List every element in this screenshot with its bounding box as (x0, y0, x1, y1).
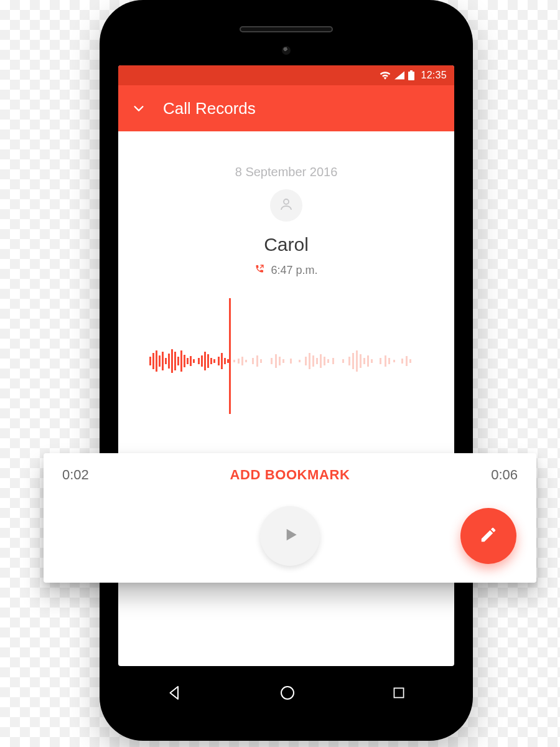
record-date: 8 September 2016 (235, 165, 338, 179)
person-icon (279, 197, 294, 214)
svg-rect-10 (171, 349, 173, 373)
svg-rect-51 (352, 353, 354, 369)
svg-rect-23 (213, 359, 215, 363)
play-icon (280, 525, 300, 547)
svg-rect-8 (165, 358, 167, 364)
svg-rect-37 (279, 357, 281, 365)
app-bar-title: Call Records (163, 99, 256, 118)
svg-rect-24 (218, 357, 220, 365)
svg-rect-49 (342, 359, 344, 363)
svg-rect-17 (193, 359, 195, 363)
svg-rect-58 (385, 355, 386, 367)
svg-rect-43 (312, 355, 314, 367)
play-button[interactable] (260, 506, 320, 566)
contact-avatar[interactable] (270, 189, 302, 222)
svg-rect-62 (406, 356, 408, 366)
wifi-icon (380, 71, 391, 80)
svg-rect-21 (207, 354, 209, 368)
app-bar: Call Records (118, 85, 454, 131)
svg-rect-4 (152, 353, 154, 369)
svg-rect-55 (367, 355, 369, 367)
audio-waveform[interactable] (118, 314, 454, 408)
svg-rect-7 (162, 352, 164, 370)
edit-fab[interactable] (460, 508, 516, 564)
svg-rect-29 (238, 359, 240, 364)
svg-rect-34 (260, 359, 262, 363)
elapsed-time: 0:02 (62, 467, 89, 483)
svg-rect-60 (393, 360, 395, 362)
record-detail: 8 September 2016 Carol 6:47 p.m. (118, 131, 454, 666)
svg-rect-14 (184, 355, 185, 367)
phone-earpiece (240, 26, 333, 32)
svg-rect-61 (401, 359, 403, 364)
svg-rect-56 (371, 359, 373, 363)
svg-rect-57 (380, 358, 381, 364)
svg-rect-48 (332, 358, 334, 364)
svg-rect-11 (174, 352, 176, 370)
svg-point-64 (281, 687, 294, 699)
svg-rect-46 (324, 357, 325, 365)
svg-rect-0 (408, 72, 414, 80)
svg-rect-18 (198, 358, 200, 364)
android-nav-bar (118, 666, 454, 722)
svg-rect-65 (394, 688, 404, 697)
svg-rect-19 (201, 355, 203, 367)
svg-rect-28 (233, 360, 235, 362)
svg-rect-31 (245, 360, 247, 362)
contact-name: Carol (264, 234, 309, 255)
svg-rect-25 (221, 353, 223, 369)
svg-rect-38 (282, 359, 284, 363)
playback-panel: 0:02 ADD BOOKMARK 0:06 (44, 453, 536, 583)
svg-rect-30 (241, 357, 243, 365)
chevron-down-icon[interactable] (132, 101, 146, 115)
svg-rect-15 (187, 358, 189, 364)
svg-rect-35 (271, 358, 273, 364)
svg-rect-5 (156, 350, 157, 372)
svg-rect-45 (320, 354, 322, 368)
waveform-playhead[interactable] (229, 298, 231, 414)
cell-signal-icon (394, 71, 404, 80)
svg-rect-36 (275, 354, 277, 368)
call-time: 6:47 p.m. (271, 264, 317, 277)
svg-rect-44 (316, 358, 318, 364)
svg-rect-16 (190, 356, 192, 366)
svg-rect-20 (204, 352, 206, 370)
svg-rect-54 (363, 358, 365, 364)
svg-rect-39 (290, 359, 292, 364)
svg-rect-3 (149, 357, 151, 365)
svg-rect-59 (388, 358, 390, 364)
total-time: 0:06 (491, 467, 518, 483)
svg-rect-63 (409, 359, 411, 363)
svg-point-2 (284, 199, 289, 204)
svg-rect-6 (159, 355, 161, 367)
svg-rect-42 (309, 353, 310, 369)
add-bookmark-button[interactable]: ADD BOOKMARK (230, 467, 350, 483)
nav-back-icon[interactable] (166, 684, 184, 705)
svg-rect-13 (180, 350, 182, 372)
svg-rect-33 (256, 355, 258, 367)
nav-home-icon[interactable] (278, 684, 297, 705)
svg-rect-32 (252, 358, 254, 364)
svg-rect-22 (210, 358, 212, 364)
nav-recent-icon[interactable] (391, 685, 407, 703)
phone-frame: 12:35 Call Records 8 September 2016 Caro… (100, 0, 473, 741)
svg-rect-1 (410, 70, 413, 72)
battery-icon (408, 70, 414, 80)
svg-rect-50 (348, 357, 350, 365)
status-bar: 12:35 (118, 65, 454, 85)
svg-rect-12 (177, 357, 179, 365)
svg-rect-40 (299, 360, 301, 362)
outgoing-call-icon (254, 264, 264, 277)
phone-camera (282, 46, 291, 55)
svg-rect-52 (356, 350, 358, 372)
call-meta: 6:47 p.m. (254, 264, 317, 277)
svg-rect-53 (360, 354, 362, 368)
svg-rect-41 (305, 357, 307, 365)
svg-rect-26 (224, 358, 226, 364)
svg-rect-9 (168, 354, 170, 369)
pencil-icon (479, 525, 498, 547)
status-time: 12:35 (421, 70, 447, 81)
svg-rect-47 (327, 359, 329, 363)
